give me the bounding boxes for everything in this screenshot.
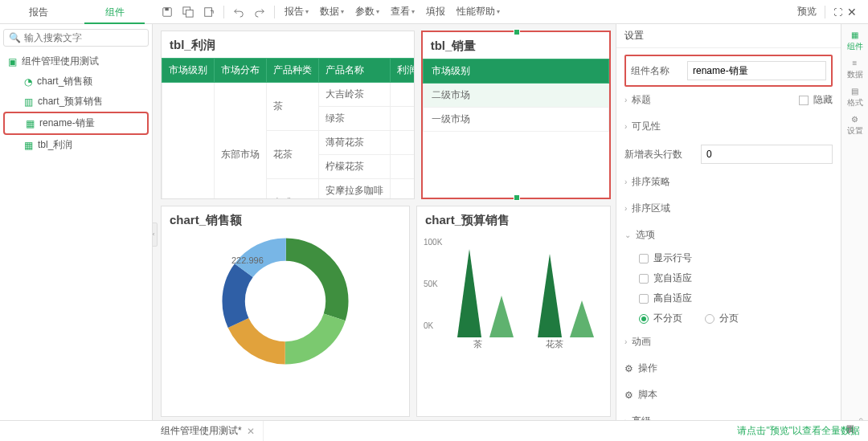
- close-icon[interactable]: ✕: [847, 6, 857, 18]
- spike-chart: 100K 50K 0K 茶 花茶: [417, 233, 610, 345]
- section-sortarea[interactable]: ›排序区域: [624, 195, 833, 222]
- sideicon-component[interactable]: ▦组件: [847, 31, 863, 52]
- newhead-label: 新增表头行数: [624, 148, 696, 161]
- sheet-icon: ▣: [8, 56, 17, 67]
- sideicon-data[interactable]: ≡数据: [847, 59, 863, 80]
- settings-pane: 设置 组件名称 ›标题隐藏 ›可见性 新增表头行数 ›排序策略 ›排序区域 ⌄选…: [616, 24, 841, 420]
- menu-params[interactable]: 参数▾: [350, 2, 384, 22]
- search-icon: 🔍: [9, 32, 21, 43]
- side-icons: ▦组件 ≡数据 ▤格式 ⚙设置 ‹切换图表: [841, 24, 868, 420]
- section-adv[interactable]: ›高级: [624, 408, 833, 420]
- name-label: 组件名称: [631, 64, 682, 78]
- panel-tbl-profit[interactable]: tbl_利润 市场级别市场分布产品种类产品名称利润_总 一级市场东部市场茶大吉岭…: [161, 31, 415, 199]
- gear-icon: ⚙: [851, 115, 858, 124]
- menu-fill[interactable]: 填报: [421, 2, 450, 22]
- panel-title: tbl_利润: [162, 31, 414, 58]
- panel-chart-sales[interactable]: chart_销售额 222.996: [161, 206, 410, 417]
- radio-nopage[interactable]: 不分页: [639, 308, 682, 329]
- data-icon: ≡: [853, 59, 858, 67]
- donut-label: 222.996: [231, 255, 264, 265]
- section-title[interactable]: ›标题隐藏: [624, 87, 833, 113]
- panel-tbl-sales[interactable]: tbl_销量 市场级别 二级市场 一级市场: [421, 31, 611, 199]
- save-icon[interactable]: [158, 2, 177, 22]
- svg-rect-3: [186, 10, 193, 17]
- sidebar: 🔍 ▣ 组件管理使用测试 ◔ chart_销售额 ▥ chart_预算销售 ▦ …: [0, 24, 153, 420]
- sideicon-format[interactable]: ▤格式: [847, 87, 863, 108]
- section-options[interactable]: ⌄选项: [624, 222, 833, 248]
- panel-title: tbl_销量: [423, 32, 609, 59]
- gear-icon: ⚙: [624, 390, 633, 401]
- radio-page[interactable]: 分页: [705, 308, 739, 329]
- tree-item-chart-budget[interactable]: ▥ chart_预算销售: [3, 92, 149, 112]
- svg-rect-1: [165, 7, 168, 10]
- redo-icon[interactable]: [250, 2, 269, 22]
- donut-chart: 222.996: [217, 233, 354, 370]
- hide-checkbox[interactable]: [799, 96, 809, 105]
- tab-report[interactable]: 报告: [0, 0, 76, 24]
- settings-head: 设置: [616, 24, 841, 48]
- table-icon: ▦: [24, 140, 33, 151]
- undo-icon[interactable]: [229, 2, 248, 22]
- menu-data[interactable]: 数据▾: [315, 2, 349, 22]
- canvas: ‹ tbl_利润 市场级别市场分布产品种类产品名称利润_总 一级市场东部市场茶大…: [153, 24, 616, 420]
- footer-hint: 请点击"预览"以查看全量数据: [737, 424, 868, 438]
- section-anim[interactable]: ›动画: [624, 329, 833, 355]
- component-icon: ▦: [851, 31, 858, 39]
- section-ops[interactable]: ⚙操作: [624, 355, 833, 382]
- panel-title: chart_销售额: [162, 206, 409, 233]
- menu-perf[interactable]: 性能帮助▾: [452, 2, 505, 22]
- search-input[interactable]: 🔍: [3, 29, 149, 47]
- pie-icon: ◔: [24, 76, 32, 88]
- panel-chart-budget[interactable]: chart_预算销售 100K 50K 0K 茶 花茶: [416, 206, 611, 417]
- gear-icon: ⚙: [624, 363, 633, 374]
- menu-report[interactable]: 报告▾: [280, 2, 313, 22]
- bar-icon: ▥: [24, 96, 33, 108]
- menu-view[interactable]: 查看▾: [386, 2, 420, 22]
- component-name-row: 组件名称: [624, 55, 833, 87]
- section-sort[interactable]: ›排序策略: [624, 169, 833, 195]
- fullscreen-icon[interactable]: ⛶: [833, 7, 842, 17]
- profit-table: 市场级别市场分布产品种类产品名称利润_总 一级市场东部市场茶大吉岭茶1, 绿茶1…: [162, 58, 415, 199]
- check-wauto[interactable]: 宽自适应: [624, 268, 833, 288]
- newhead-input[interactable]: [701, 145, 833, 164]
- close-tab-icon[interactable]: ✕: [247, 426, 255, 437]
- check-hauto[interactable]: 高自适应: [624, 288, 833, 308]
- save-as-icon[interactable]: [178, 2, 198, 22]
- tree-item-rename-sales[interactable]: ▦ rename-销量: [3, 112, 149, 135]
- export-icon[interactable]: [199, 2, 219, 22]
- check-rownum[interactable]: 显示行号: [624, 248, 833, 268]
- footer: 组件管理使用测试* ✕ 请点击"预览"以查看全量数据: [0, 420, 868, 441]
- footer-tab[interactable]: 组件管理使用测试* ✕: [153, 421, 264, 441]
- svg-rect-4: [205, 7, 212, 16]
- tab-component[interactable]: 组件: [76, 0, 153, 24]
- section-visibility[interactable]: ›可见性: [624, 113, 833, 140]
- sideicon-switch[interactable]: ‹切换图表: [844, 418, 866, 420]
- chevron-left-icon: ‹: [857, 418, 866, 420]
- tree-root[interactable]: ▣ 组件管理使用测试: [3, 51, 149, 71]
- table-icon: ▦: [26, 118, 35, 129]
- collapse-sidebar-icon[interactable]: ‹: [153, 223, 158, 247]
- sideicon-settings[interactable]: ⚙设置: [847, 115, 863, 137]
- component-name-input[interactable]: [687, 61, 826, 80]
- toolbar: 报告▾ 数据▾ 参数▾ 查看▾ 填报 性能帮助▾ 预览 ⛶ ✕: [153, 2, 868, 22]
- format-icon: ▤: [851, 87, 858, 96]
- sales-table: 市场级别 二级市场 一级市场: [423, 59, 609, 132]
- tree-item-tbl-profit[interactable]: ▦ tbl_利润: [3, 135, 149, 155]
- panel-title: chart_预算销售: [417, 206, 610, 233]
- section-script[interactable]: ⚙脚本: [624, 382, 833, 408]
- tree-item-chart-sales[interactable]: ◔ chart_销售额: [3, 71, 149, 92]
- preview-button[interactable]: 预览: [797, 5, 817, 18]
